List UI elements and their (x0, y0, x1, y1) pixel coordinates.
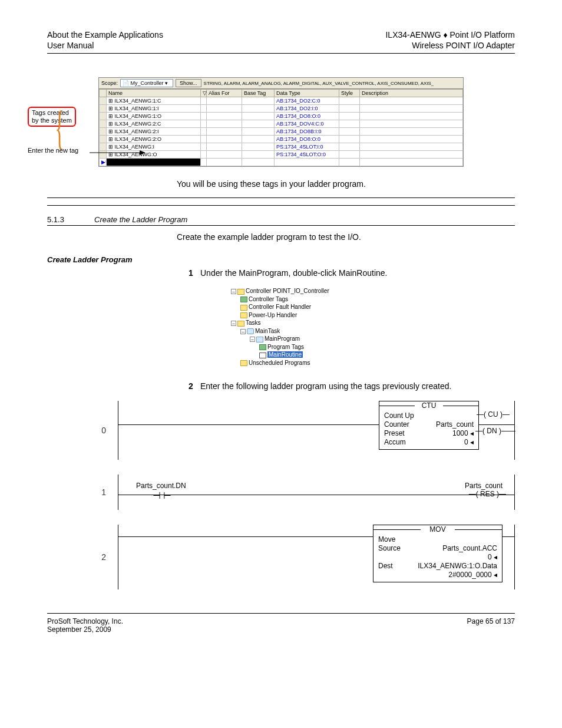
tag-grid: Name ▽ Alias For Base Tag Data Type Styl… (99, 89, 463, 166)
header-right-2: Wireless POINT I/O Adapter (385, 40, 515, 51)
scope-label: Scope: (101, 80, 118, 86)
tag-icon (259, 344, 266, 350)
routine-icon (259, 353, 266, 358)
folder-icon (240, 360, 247, 366)
col-style[interactable]: Style (339, 90, 360, 97)
divider (47, 197, 515, 198)
body-text-1: You will be using these tags in your lad… (177, 179, 515, 190)
xic-label: Parts_count.DN (136, 482, 186, 490)
folder-open-icon (237, 321, 244, 327)
step-text-1: Under the MainProgram, double-click Main… (200, 268, 387, 279)
page-footer: ProSoft Technology, Inc. September 25, 2… (47, 613, 515, 634)
step-number-2: 2 (189, 381, 200, 393)
rung-1: 1 Parts_count.DN ⊣ ⊢ Parts_count —( RES … (94, 466, 515, 519)
divider (47, 205, 515, 206)
step-text-2: Enter the following ladder program using… (200, 381, 451, 393)
footer-company: ProSoft Technology, Inc. (47, 617, 123, 625)
table-row[interactable]: ⊞ ILX34_AENWG:2:OAB:1734_DO8:O:0 (100, 136, 463, 143)
callout-tags-created: Tags created by the system (28, 107, 76, 126)
show-button[interactable]: Show... (176, 79, 201, 87)
col-desc[interactable]: Description (360, 90, 463, 97)
table-row[interactable]: ⊞ ILX34_AENWG:1:OAB:1734_DO8:O:0 (100, 113, 463, 120)
tag-toolbar: Scope: 📄 My_Controller ▾ Show... STRING,… (99, 78, 463, 89)
scope-dropdown[interactable]: 📄 My_Controller ▾ (120, 79, 173, 87)
arrow-icon (90, 149, 146, 156)
svg-marker-1 (140, 150, 146, 155)
callout-enter-new-tag: Enter the new tag (28, 147, 78, 154)
header-left-1: About the Example Applications (47, 29, 163, 40)
tree-item-mainroutine[interactable]: MainRoutine (267, 351, 303, 358)
brace-icon: { (55, 104, 64, 151)
section-title: Create the Ladder Program (94, 215, 187, 224)
xic-contact-icon: ⊣ ⊢ (153, 490, 171, 501)
table-row[interactable]: ⊞ ILX34_AENWG:IPS:1734_4SLOT:I:0 (100, 143, 463, 151)
rung-number: 1 (94, 487, 118, 497)
footer-page: Page 65 of 137 (467, 617, 515, 634)
col-sort[interactable]: ▽ (201, 90, 207, 97)
program-icon (256, 337, 263, 342)
footer-date: September 25, 2009 (47, 625, 123, 634)
project-tree-figure: –Controller POINT_IO_Controller Controll… (231, 287, 331, 367)
rung-number: 2 (94, 552, 118, 562)
col-base[interactable]: Base Tag (242, 90, 275, 97)
col-alias[interactable]: Alias For (207, 90, 242, 97)
res-label: Parts_count (465, 482, 503, 490)
folder-icon (240, 312, 247, 318)
table-row[interactable]: ⊞ ILX34_AENWG:1:IAB:1734_DO2:I:0 (100, 105, 463, 113)
body-text-2: Create the example ladder program to tes… (177, 232, 515, 243)
subheading-create-ladder: Create Ladder Program (47, 255, 515, 264)
table-row[interactable]: ⊞ ILX34_AENWG:2:IAB:1734_DO8B:I:0 (100, 128, 463, 136)
page-header: About the Example Applications User Manu… (47, 29, 515, 54)
header-left-2: User Manual (47, 40, 163, 51)
new-tag-row[interactable]: ▶* (100, 159, 463, 166)
tag-icon (240, 297, 247, 302)
step-number-1: 1 (189, 268, 200, 279)
col-type[interactable]: Data Type (275, 90, 339, 97)
table-row[interactable]: ⊞ ILX34_AENWG:OPS:1734_4SLOT:O:0 (100, 151, 463, 159)
table-row[interactable]: ⊞ ILX34_AENWG:2:CAB:1734_DOV4:C:0 (100, 120, 463, 128)
res-output-icon: —( RES )— (469, 490, 506, 498)
ctu-instruction: CTU Count Up CounterParts_count Preset10… (379, 401, 479, 450)
tag-filter-text: STRING, ALARM, ALARM_ANALOG, ALARM_DIGIT… (204, 81, 434, 86)
table-row[interactable]: ⊞ ILX34_AENWG:1:CAB:1734_DO2:C:0 (100, 97, 463, 105)
section-heading: 5.1.3 Create the Ladder Program (47, 215, 515, 226)
col-name[interactable]: Name (107, 90, 201, 97)
folder-open-icon (237, 289, 244, 295)
tag-table-figure: Tags created by the system { Enter the n… (98, 77, 464, 167)
ladder-diagram-figure: 0 CTU Count Up CounterParts_count Preset… (94, 401, 515, 589)
mov-instruction: MOV Move SourceParts_count.ACC 0 ◂ DestI… (373, 525, 503, 582)
section-number: 5.1.3 (47, 215, 94, 224)
dn-output: —( DN )—— (475, 427, 515, 435)
rung-number: 0 (94, 426, 118, 435)
cu-output: —( CU )— (477, 410, 510, 419)
folder-icon (240, 305, 247, 311)
task-icon (247, 328, 254, 334)
rung-2: 2 MOV Move SourceParts_count.ACC 0 ◂ Des… (94, 525, 515, 589)
rung-0: 0 CTU Count Up CounterParts_count Preset… (94, 401, 515, 460)
header-right-1: ILX34-AENWG ♦ Point I/O Platform (385, 29, 515, 40)
